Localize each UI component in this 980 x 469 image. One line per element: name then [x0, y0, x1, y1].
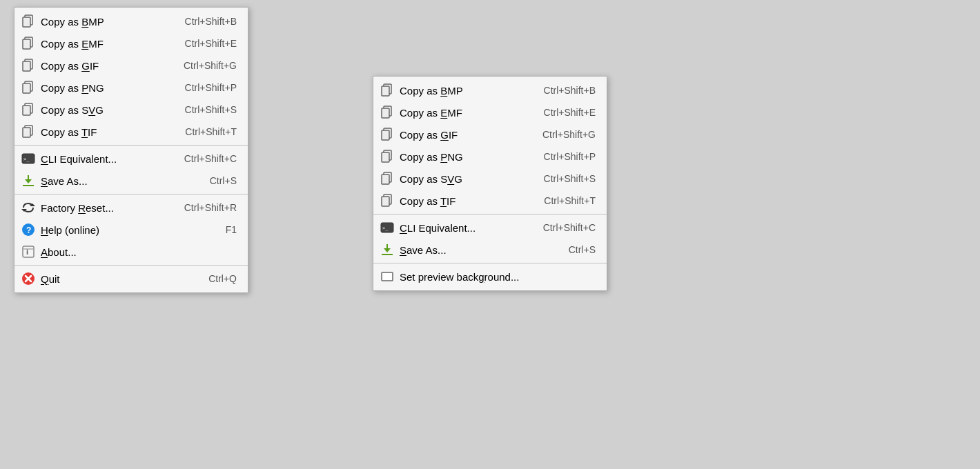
menu-item-copy-png[interactable]: Copy as PNG Ctrl+Shift+P [14, 77, 248, 99]
menu-item-copy-bmp[interactable]: Copy as BMP Ctrl+Shift+B [14, 10, 248, 32]
menu-item-save-as[interactable]: Save As... Ctrl+S [14, 170, 248, 192]
copy-icon [380, 106, 394, 119]
copy-tif2-label: Copy as TIF [400, 195, 455, 207]
menu2-item-copy-bmp[interactable]: Copy as BMP Ctrl+Shift+B [373, 79, 607, 101]
svg-text:>_: >_ [23, 157, 30, 162]
copy-bmp2-shortcut: Ctrl+Shift+B [516, 85, 596, 96]
separator-3 [14, 265, 248, 266]
copy-bmp2-label: Copy as BMP [400, 85, 463, 97]
svg-text:>_: >_ [382, 226, 389, 231]
copy-icon [380, 172, 394, 186]
set-preview-label: Set preview background... [400, 271, 519, 283]
copy-gif-label: Copy as GIF [41, 60, 99, 72]
cli-shortcut: Ctrl+Shift+C [157, 153, 237, 164]
cli-icon: >_ [380, 221, 394, 234]
menu2-item-copy-tif[interactable]: Copy as TIF Ctrl+Shift+T [373, 190, 607, 212]
svg-rect-34 [382, 152, 389, 162]
menu2-item-cli[interactable]: >_ CLI Equivalent... Ctrl+Shift+C [373, 217, 607, 239]
copy-gif-shortcut: Ctrl+Shift+G [156, 60, 237, 71]
copy-emf-shortcut: Ctrl+Shift+E [157, 38, 237, 49]
separator-2 [14, 194, 248, 194]
copy-emf2-label: Copy as EMF [400, 107, 462, 119]
preview-icon [380, 270, 394, 283]
save-as2-label: Save As... [400, 244, 447, 256]
copy-icon [21, 103, 35, 117]
menu2-separator-1 [373, 214, 607, 214]
menu-item-copy-tif[interactable]: Copy as TIF Ctrl+Shift+T [14, 121, 248, 143]
menu2-item-copy-gif[interactable]: Copy as GIF Ctrl+Shift+G [373, 123, 607, 146]
about-icon: i [21, 245, 35, 259]
copy-tif2-shortcut: Ctrl+Shift+T [516, 195, 596, 206]
menu2-item-save-as[interactable]: Save As... Ctrl+S [373, 239, 607, 261]
svg-rect-11 [23, 128, 30, 137]
svg-rect-38 [382, 197, 389, 206]
copy-bmp-label: Copy as BMP [41, 16, 104, 28]
quit-shortcut: Ctrl+Q [181, 273, 237, 284]
save-as-shortcut: Ctrl+S [182, 175, 237, 186]
copy-bmp-shortcut: Ctrl+Shift+B [157, 16, 237, 27]
about-label: About... [41, 246, 77, 258]
menu2-item-copy-emf[interactable]: Copy as EMF Ctrl+Shift+E [373, 101, 607, 123]
svg-rect-42 [386, 244, 388, 249]
menu-item-quit[interactable]: Quit Ctrl+Q [14, 268, 248, 290]
cli2-label: CLI Equivalent... [400, 222, 476, 234]
menu-item-help[interactable]: ? Help (online) F1 [14, 219, 248, 241]
menu2-item-copy-png[interactable]: Copy as PNG Ctrl+Shift+P [373, 146, 607, 168]
svg-rect-36 [382, 174, 389, 184]
quit-icon [21, 272, 35, 286]
copy-icon [21, 59, 35, 72]
menu-item-factory-reset[interactable]: Factory Reset... Ctrl+Shift+R [14, 197, 248, 219]
help-icon: ? [21, 223, 35, 237]
copy-png-shortcut: Ctrl+Shift+P [157, 82, 237, 93]
copy-icon [21, 125, 35, 139]
cli-icon: >_ [21, 152, 35, 166]
copy-png2-label: Copy as PNG [400, 151, 463, 163]
separator-1 [14, 145, 248, 146]
copy-icon [380, 128, 394, 141]
copy-svg2-label: Copy as SVG [400, 173, 462, 185]
copy-icon [380, 83, 394, 97]
copy-icon [21, 37, 35, 50]
copy-svg-label: Copy as SVG [41, 104, 104, 116]
copy-gif2-shortcut: Ctrl+Shift+G [515, 129, 596, 140]
copy-icon [380, 150, 394, 163]
menu-item-copy-svg[interactable]: Copy as SVG Ctrl+Shift+S [14, 99, 248, 121]
save-icon [21, 174, 35, 188]
context-menu-2: Copy as BMP Ctrl+Shift+B Copy as EMF Ctr… [373, 76, 607, 291]
svg-rect-28 [382, 86, 389, 96]
copy-icon [380, 194, 394, 208]
menu-item-copy-gif[interactable]: Copy as GIF Ctrl+Shift+G [14, 54, 248, 77]
menu2-item-set-preview[interactable]: Set preview background... [373, 266, 607, 288]
svg-rect-16 [23, 185, 34, 186]
reset-icon [21, 201, 35, 214]
svg-rect-9 [23, 106, 30, 115]
copy-tif-label: Copy as TIF [41, 126, 97, 138]
context-menu-1: Copy as BMP Ctrl+Shift+B Copy as EMF Ctr… [14, 7, 248, 293]
svg-text:?: ? [26, 226, 31, 235]
copy-emf-label: Copy as EMF [41, 38, 104, 50]
copy-png-label: Copy as PNG [41, 82, 104, 94]
svg-rect-3 [23, 39, 30, 49]
menu-item-about[interactable]: i About... [14, 241, 248, 263]
copy-icon [21, 81, 35, 94]
help-shortcut: F1 [198, 224, 237, 235]
menu2-separator-2 [373, 263, 607, 263]
menu-item-copy-emf[interactable]: Copy as EMF Ctrl+Shift+E [14, 32, 248, 54]
copy-svg-shortcut: Ctrl+Shift+S [157, 104, 237, 115]
svg-rect-15 [28, 175, 29, 180]
factory-reset-shortcut: Ctrl+Shift+R [157, 202, 237, 213]
svg-rect-44 [382, 272, 393, 281]
cli2-shortcut: Ctrl+Shift+C [516, 222, 596, 233]
menu-item-cli[interactable]: >_ CLI Equivalent... Ctrl+Shift+C [14, 148, 248, 170]
copy-svg2-shortcut: Ctrl+Shift+S [516, 173, 596, 184]
copy-icon [21, 14, 35, 28]
quit-label: Quit [41, 273, 60, 285]
svg-rect-5 [23, 61, 30, 71]
help-label: Help (online) [41, 224, 99, 236]
svg-rect-1 [23, 17, 30, 27]
menu2-item-copy-svg[interactable]: Copy as SVG Ctrl+Shift+S [373, 168, 607, 190]
save-as2-shortcut: Ctrl+S [541, 244, 596, 255]
copy-tif-shortcut: Ctrl+Shift+T [157, 126, 237, 137]
cli-label: CLI Equivalent... [41, 153, 117, 165]
svg-rect-7 [23, 83, 30, 93]
